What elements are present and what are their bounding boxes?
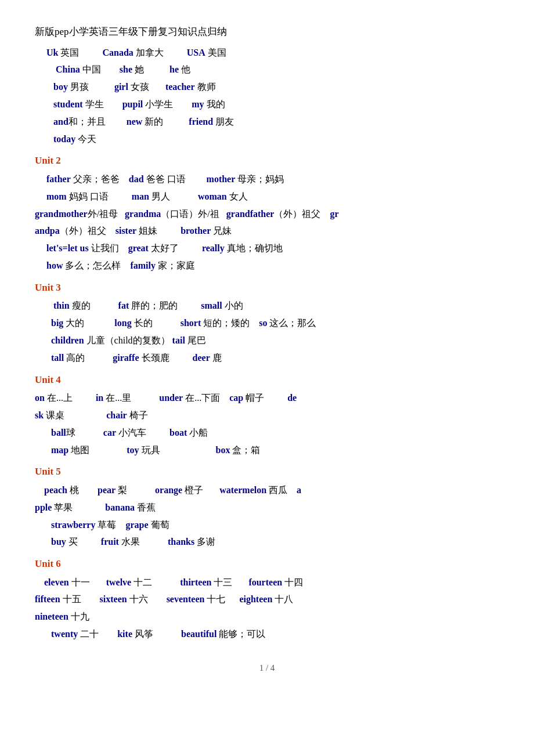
- page-title: 新版pep小学英语三年级下册复习知识点归纳: [35, 23, 499, 41]
- word-grandmother: grandmother: [35, 209, 88, 219]
- word-usa: USA: [187, 48, 205, 57]
- vocab-line: China 中国 she 她 he 他: [46, 62, 499, 78]
- word-china: China: [56, 64, 80, 74]
- word-buy: buy: [51, 537, 66, 547]
- word-under: under: [159, 393, 183, 403]
- word-seventeen: seventeen: [167, 594, 205, 604]
- word-how: how: [46, 261, 63, 270]
- word-pupil: pupil: [122, 99, 143, 109]
- word-friend: friend: [189, 117, 213, 126]
- word-car: car: [103, 428, 116, 437]
- word-woman: woman: [198, 191, 227, 201]
- word-man: man: [132, 191, 149, 201]
- unit-6-header: Unit 6: [35, 555, 499, 573]
- unit-2-block: father 父亲；爸爸 dad 爸爸 口语 mother 母亲；妈妈 mom …: [46, 171, 499, 274]
- word-grandfather: grandfather: [226, 209, 275, 219]
- word-eighteen: eighteen: [239, 594, 272, 604]
- word-chair: chair: [106, 410, 127, 420]
- word-giraffe: giraffe: [113, 353, 139, 363]
- word-thanks: thanks: [168, 537, 194, 547]
- vocab-line: big 大的 long 长的 short 短的；矮的 so 这么；那么: [46, 315, 499, 332]
- content-area: Uk 英国 Canada 加拿大 USA 美国 China 中国 she 她 h…: [35, 45, 499, 643]
- word-thirteen: thirteen: [180, 577, 211, 587]
- vocab-line: today 今天: [46, 131, 499, 148]
- word-in: in: [96, 393, 103, 403]
- word-box: box: [216, 445, 230, 455]
- vocab-line: fifteen 十五 sixteen 十六 seventeen 十七 eight…: [35, 591, 499, 608]
- vocab-line: andpa（外）祖父 sister 姐妹 brother 兄妹: [35, 223, 499, 240]
- vocab-line: thin 瘦的 fat 胖的；肥的 small 小的: [46, 298, 499, 314]
- word-student: student: [53, 99, 83, 109]
- word-banana: banana: [105, 502, 135, 512]
- word-boy: boy: [53, 82, 68, 92]
- word-a: a: [297, 485, 301, 495]
- word-pear: pear: [98, 485, 116, 495]
- word-big: big: [51, 318, 63, 328]
- word-twenty: twenty: [51, 629, 78, 639]
- word-uk: Uk: [46, 48, 58, 57]
- vocab-line: father 父亲；爸爸 dad 爸爸 口语 mother 母亲；妈妈: [46, 171, 499, 188]
- word-canada: Canada: [102, 48, 133, 57]
- word-long: long: [114, 318, 131, 328]
- vocab-line: how 多么；怎么样 family 家；家庭: [46, 258, 499, 274]
- word-tail: tail: [172, 335, 185, 345]
- unit-2-header: Unit 2: [35, 152, 499, 170]
- vocab-line: children 儿童（child的复数） tail 尾巴: [46, 332, 499, 349]
- vocab-line: sk 课桌 chair 椅子: [35, 407, 499, 424]
- word-andpa: andpa: [35, 226, 60, 236]
- word-grape: grape: [125, 520, 148, 530]
- word-lets: let's=let us: [46, 243, 89, 253]
- word-dad: dad: [129, 174, 144, 184]
- word-fat: fat: [118, 301, 129, 310]
- word-pple: pple: [35, 502, 52, 512]
- word-twelve: twelve: [106, 577, 132, 587]
- unit-3-header: Unit 3: [35, 279, 499, 297]
- word-so: so: [259, 318, 267, 328]
- vocab-line: boy 男孩 girl 女孩 teacher 教师: [46, 79, 499, 96]
- vocab-line: map 地图 toy 玩具 box 盒；箱: [46, 442, 499, 459]
- word-cap: cap: [229, 393, 243, 403]
- vocab-line: let's=let us 让我们 great 太好了 really 真地；确切地: [46, 240, 499, 257]
- word-grandma: grandma: [125, 209, 161, 219]
- vocab-line: on 在...上 in 在...里 under 在...下面 cap 帽子 de: [35, 390, 499, 407]
- word-thin: thin: [53, 301, 70, 310]
- word-my: my: [192, 99, 204, 109]
- word-children: children: [51, 335, 84, 345]
- word-deer: deer: [193, 353, 210, 363]
- word-strawberry: strawberry: [51, 520, 95, 530]
- word-toy: toy: [127, 445, 139, 455]
- vocab-line: strawberry 草莓 grape 葡萄: [46, 517, 499, 534]
- word-mother: mother: [207, 174, 236, 184]
- word-new: new: [127, 117, 143, 126]
- vocab-line: eleven 十一 twelve 十二 thirteen 十三 fourteen…: [35, 574, 499, 591]
- word-fifteen: fifteen: [35, 594, 60, 604]
- word-really: really: [202, 243, 225, 253]
- word-short: short: [181, 318, 201, 328]
- word-fourteen: fourteen: [248, 577, 282, 587]
- word-mom: mom: [46, 191, 67, 201]
- word-sk: sk: [35, 410, 44, 420]
- vocab-line: tall 高的 giraffe 长颈鹿 deer 鹿: [46, 350, 499, 367]
- unit-1-block: Uk 英国 Canada 加拿大 USA 美国 China 中国 she 她 h…: [46, 45, 499, 148]
- vocab-line: buy 买 fruit 水果 thanks 多谢: [46, 534, 499, 551]
- unit-6-block: eleven 十一 twelve 十二 thirteen 十三 fourteen…: [46, 574, 499, 643]
- vocab-line: pple 苹果 banana 香蕉: [35, 500, 499, 516]
- word-great: great: [128, 243, 149, 253]
- vocab-line: mom 妈妈 口语 man 男人 woman 女人: [46, 189, 499, 205]
- word-today: today: [53, 134, 75, 144]
- vocab-line: nineteen 十九: [35, 609, 499, 625]
- vocab-line: peach 桃 pear 梨 orange 橙子 watermelon 西瓜 a: [35, 482, 499, 499]
- word-he: he: [169, 64, 179, 74]
- unit-5-header: Unit 5: [35, 463, 499, 481]
- vocab-line: and和；并且 new 新的 friend 朋友: [46, 114, 499, 131]
- word-watermelon: watermelon: [219, 485, 266, 495]
- word-on: on: [35, 393, 45, 403]
- word-peach: peach: [44, 485, 67, 495]
- word-boat: boat: [169, 428, 187, 437]
- unit-3-block: thin 瘦的 fat 胖的；肥的 small 小的 big 大的 long 长…: [46, 298, 499, 366]
- word-map: map: [51, 445, 68, 455]
- word-sixteen: sixteen: [100, 594, 127, 604]
- word-beautiful: beautiful: [181, 629, 217, 639]
- word-teacher: teacher: [165, 82, 195, 92]
- word-and: and: [53, 117, 68, 126]
